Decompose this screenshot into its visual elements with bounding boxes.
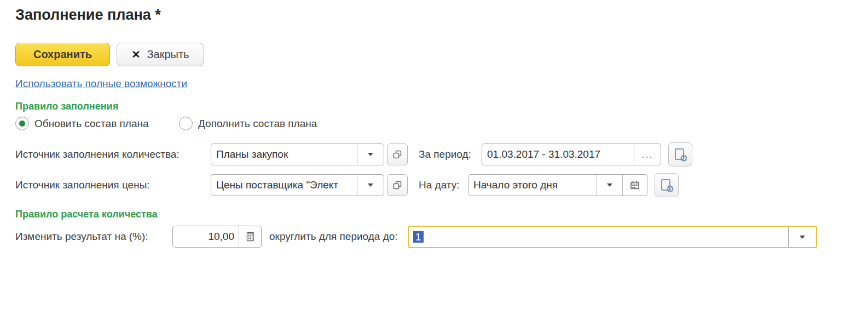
full-features-link[interactable]: Использовать полные возможности [15,78,187,90]
save-button[interactable]: Сохранить [15,43,110,66]
on-date-label: На дату: [419,174,460,196]
quantity-source-combobox[interactable]: Планы закупок [211,143,384,165]
close-button-label: Закрыть [147,48,189,61]
period-more-button[interactable]: ... [634,144,661,165]
price-source-label: Источник заполнения цены: [15,174,150,196]
gear-icon: ⚙ [666,185,674,194]
chevron-down-icon [800,236,805,239]
radio-update-plan[interactable]: Обновить состав плана [15,117,149,130]
round-period-label: округлить для периода до: [269,226,398,248]
price-source-open-button[interactable] [387,174,408,196]
period-label: За период: [419,143,471,165]
save-button-label: Сохранить [33,48,92,61]
period-settings-button[interactable]: ⚙ [668,142,692,167]
section-title-quantity-rule: Правило расчета количества [15,209,158,220]
on-date-calendar-button[interactable] [622,175,647,196]
on-date-settings-button[interactable]: ⚙ [655,173,679,197]
quantity-source-value: Планы закупок [211,144,357,165]
change-result-input[interactable]: 10,00 [172,226,262,248]
quantity-source-dropdown-button[interactable] [357,144,384,165]
section-title-fill-rule: Правило заполнения [15,101,118,112]
price-source-combobox[interactable]: Цены поставщика "Элект [211,174,384,196]
radio-update-label: Обновить состав плана [34,118,149,130]
radio-circle [15,117,29,130]
chevron-down-icon [368,153,373,156]
round-period-dropdown-button[interactable] [788,227,816,247]
period-input[interactable]: 01.03.2017 - 31.03.2017 ... [482,143,661,165]
calculator-icon [246,232,255,242]
on-date-combobox[interactable]: Начало этого дня [468,174,647,196]
radio-append-label: Дополнить состав плана [198,118,317,130]
calculator-button[interactable] [239,226,261,247]
round-period-value-area: 1 [409,227,788,247]
change-result-label: Изменить результат на (%): [15,226,148,248]
round-period-input[interactable]: 1 [408,226,817,248]
close-icon: ✕ [132,49,141,60]
chevron-down-icon [607,183,612,187]
form-gear-icon: ⚙ [673,147,687,162]
price-source-value: Цены поставщика "Элект [211,175,357,196]
open-icon [392,180,402,190]
quantity-source-label: Источник заполнения количества: [15,143,180,165]
on-date-dropdown-button[interactable] [597,175,622,196]
gear-icon: ⚙ [680,154,688,163]
change-result-value: 10,00 [173,226,239,247]
close-button[interactable]: ✕ Закрыть [117,43,204,66]
radio-circle [179,117,193,130]
chevron-down-icon [368,183,373,187]
radio-append-plan[interactable]: Дополнить состав плана [179,117,317,130]
radio-dot [19,120,25,127]
quantity-source-open-button[interactable] [387,143,408,165]
price-source-dropdown-button[interactable] [357,175,384,196]
on-date-value: Начало этого дня [468,175,597,196]
form-gear-icon: ⚙ [659,178,674,192]
calendar-icon [629,180,640,191]
page-title: Заполнение плана * [15,7,161,24]
open-icon [392,150,402,159]
round-period-selected-value: 1 [413,231,424,243]
period-value: 01.03.2017 - 31.03.2017 [482,144,634,165]
ellipsis-icon: ... [641,146,653,163]
